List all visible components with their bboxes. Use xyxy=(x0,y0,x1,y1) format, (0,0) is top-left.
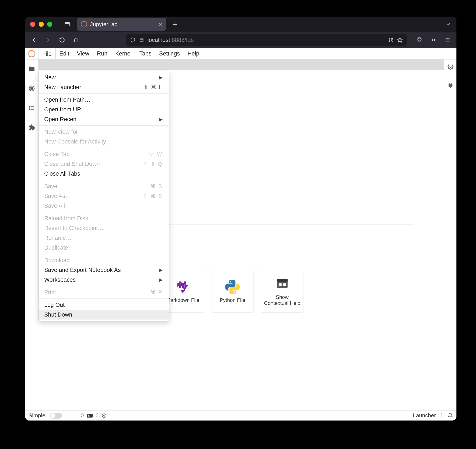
menu-item-label: Print… xyxy=(44,289,62,296)
terminal-count: 0 xyxy=(96,412,99,419)
menu-separator xyxy=(39,148,169,148)
menu-kernel[interactable]: Kernel xyxy=(111,48,136,59)
svg-point-29 xyxy=(102,414,106,418)
file-browser-icon[interactable] xyxy=(28,65,35,72)
menu-settings[interactable]: Settings xyxy=(155,48,184,59)
overflow-button[interactable] xyxy=(427,34,440,46)
svg-rect-7 xyxy=(391,40,392,41)
menu-separator xyxy=(39,299,169,299)
qr-icon[interactable] xyxy=(388,37,394,43)
new-tab-button[interactable]: ＋ xyxy=(170,19,180,29)
launcher-card-show-contextual-help[interactable]: ShowContextual Help xyxy=(261,270,303,312)
svg-rect-0 xyxy=(65,23,69,26)
menu-item-workspaces[interactable]: Workspaces▶ xyxy=(39,275,169,285)
menu-item-new[interactable]: New▶ xyxy=(39,73,169,82)
menu-item-label: Reload from Disk xyxy=(44,215,88,222)
svg-marker-9 xyxy=(397,37,402,42)
close-window-button[interactable] xyxy=(30,22,35,27)
svg-text:M: M xyxy=(179,280,187,290)
card-label: ShowContextual Help xyxy=(262,294,302,306)
menu-item-label: Close and Shut Down xyxy=(44,161,100,167)
svg-rect-1 xyxy=(65,23,69,23)
card-label: Python File xyxy=(218,297,247,303)
menu-separator xyxy=(39,286,169,286)
menu-item-label: New View for xyxy=(44,129,78,135)
svg-marker-22 xyxy=(180,290,185,293)
url-bar[interactable]: localhost:8888/lab xyxy=(126,34,407,46)
back-button[interactable] xyxy=(28,34,40,46)
menu-item-close-and-shut-down: Close and Shut Down＾ ⇧ Q xyxy=(39,159,169,169)
menu-help[interactable]: Help xyxy=(184,48,203,59)
svg-point-20 xyxy=(29,109,30,110)
submenu-arrow-icon: ▶ xyxy=(159,117,163,122)
bookmark-star-icon[interactable] xyxy=(397,37,403,43)
debugger-icon[interactable] xyxy=(448,82,453,88)
menu-edit[interactable]: Edit xyxy=(56,48,73,59)
maximize-window-button[interactable] xyxy=(47,22,52,27)
menu-item-open-from-url[interactable]: Open from URL… xyxy=(39,105,169,114)
notification-bell-icon[interactable] xyxy=(448,413,453,418)
menu-item-print: Print…⌘ P xyxy=(39,288,169,297)
python-icon xyxy=(225,279,240,295)
svg-rect-6 xyxy=(389,40,390,42)
svg-point-27 xyxy=(450,66,451,68)
svg-rect-2 xyxy=(140,38,143,42)
menu-tabs[interactable]: Tabs xyxy=(136,48,155,59)
menu-item-log-out[interactable]: Log Out xyxy=(39,300,169,310)
tabs-dropdown-button[interactable] xyxy=(443,19,453,29)
toc-icon[interactable] xyxy=(28,105,35,111)
menu-item-open-recent[interactable]: Open Recent▶ xyxy=(39,114,169,124)
extension-manager-icon[interactable] xyxy=(28,124,35,131)
help-icon xyxy=(275,276,290,292)
close-tab-icon[interactable]: × xyxy=(159,21,162,28)
card-label: Markdown File xyxy=(164,297,201,303)
jupyter-favicon-icon xyxy=(80,21,88,28)
menu-item-label: Duplicate xyxy=(44,244,68,251)
menu-separator xyxy=(39,212,169,212)
menu-item-label: Save xyxy=(44,183,57,190)
lsp-icon[interactable] xyxy=(102,413,107,418)
menu-item-label: Save and Export Notebook As xyxy=(44,267,121,273)
tracking-shield-icon[interactable] xyxy=(130,37,136,43)
markdown-icon: M xyxy=(175,279,190,295)
main-tabstrip[interactable] xyxy=(38,59,444,70)
jupyter-menubar: FileEditViewRunKernelTabsSettingsHelp xyxy=(25,48,456,59)
menu-item-shut-down[interactable]: Shut Down xyxy=(39,310,169,320)
menu-item-close-all-tabs[interactable]: Close All Tabs xyxy=(39,169,169,178)
site-info-icon[interactable] xyxy=(139,37,144,42)
minimize-window-button[interactable] xyxy=(39,22,44,27)
menu-file[interactable]: File xyxy=(38,48,56,59)
menu-item-save-and-export-notebook-as[interactable]: Save and Export Notebook As▶ xyxy=(39,265,169,275)
status-mode: Launcher xyxy=(413,412,436,419)
forward-button[interactable] xyxy=(42,34,54,46)
menu-item-new-launcher[interactable]: New Launcher⇧ ⌘ L xyxy=(39,82,169,92)
menu-item-label: Revert to Checkpoint… xyxy=(44,225,103,231)
reload-button[interactable] xyxy=(56,34,68,46)
property-inspector-icon[interactable] xyxy=(448,64,453,70)
window-controls xyxy=(30,22,52,27)
svg-point-19 xyxy=(29,108,30,109)
menu-item-label: Save As… xyxy=(44,193,71,199)
tab-overview-button[interactable] xyxy=(61,20,73,29)
running-sessions-icon[interactable] xyxy=(28,85,35,92)
menu-separator xyxy=(39,180,169,180)
home-button[interactable] xyxy=(70,34,82,46)
menu-run[interactable]: Run xyxy=(93,48,111,59)
app-menu-button[interactable] xyxy=(441,34,454,46)
submenu-arrow-icon: ▶ xyxy=(159,75,163,80)
svg-point-18 xyxy=(29,106,30,107)
menu-item-label: Rename… xyxy=(44,235,72,241)
menu-view[interactable]: View xyxy=(73,48,93,59)
launcher-card-python-file[interactable]: Python File xyxy=(211,270,254,312)
simple-mode-toggle[interactable] xyxy=(50,413,62,419)
browser-tab-active[interactable]: JupyterLab × xyxy=(77,18,166,31)
menu-item-open-from-path[interactable]: Open from Path… xyxy=(39,95,169,105)
menu-item-download: Download xyxy=(39,255,169,265)
kernel-count: 0 xyxy=(80,412,84,419)
extensions-button[interactable] xyxy=(413,34,426,46)
url-text: localhost:8888/lab xyxy=(147,37,194,43)
menu-item-label: New Launcher xyxy=(44,84,81,91)
browser-toolbar: localhost:8888/lab xyxy=(25,32,456,48)
browser-tabbar: JupyterLab × ＋ xyxy=(25,17,456,32)
menu-item-label: Shut Down xyxy=(44,311,72,318)
